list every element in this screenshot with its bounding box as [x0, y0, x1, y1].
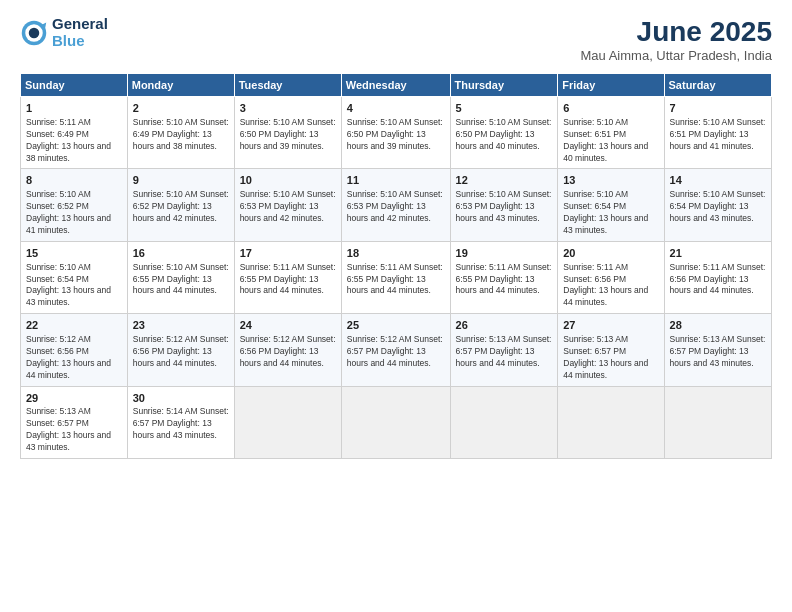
table-row: 11Sunrise: 5:10 AM Sunset: 6:53 PM Dayli…: [341, 169, 450, 241]
day-number: 26: [456, 318, 553, 333]
col-sunday: Sunday: [21, 74, 128, 97]
day-number: 20: [563, 246, 658, 261]
day-detail: Sunrise: 5:10 AM Sunset: 6:54 PM Dayligh…: [670, 189, 766, 225]
table-row: 24Sunrise: 5:12 AM Sunset: 6:56 PM Dayli…: [234, 314, 341, 386]
table-row: 26Sunrise: 5:13 AM Sunset: 6:57 PM Dayli…: [450, 314, 558, 386]
day-number: 24: [240, 318, 336, 333]
table-row: 22Sunrise: 5:12 AM Sunset: 6:56 PM Dayli…: [21, 314, 128, 386]
table-row: 30Sunrise: 5:14 AM Sunset: 6:57 PM Dayli…: [127, 386, 234, 458]
table-row: [558, 386, 664, 458]
day-detail: Sunrise: 5:10 AM Sunset: 6:54 PM Dayligh…: [26, 262, 122, 310]
day-detail: Sunrise: 5:11 AM Sunset: 6:56 PM Dayligh…: [670, 262, 766, 298]
table-row: 20Sunrise: 5:11 AM Sunset: 6:56 PM Dayli…: [558, 241, 664, 313]
col-tuesday: Tuesday: [234, 74, 341, 97]
calendar-week-row: 15Sunrise: 5:10 AM Sunset: 6:54 PM Dayli…: [21, 241, 772, 313]
day-number: 1: [26, 101, 122, 116]
day-number: 29: [26, 391, 122, 406]
day-number: 13: [563, 173, 658, 188]
col-monday: Monday: [127, 74, 234, 97]
day-number: 25: [347, 318, 445, 333]
table-row: 25Sunrise: 5:12 AM Sunset: 6:57 PM Dayli…: [341, 314, 450, 386]
table-row: 28Sunrise: 5:13 AM Sunset: 6:57 PM Dayli…: [664, 314, 771, 386]
day-detail: Sunrise: 5:12 AM Sunset: 6:56 PM Dayligh…: [133, 334, 229, 370]
table-row: 14Sunrise: 5:10 AM Sunset: 6:54 PM Dayli…: [664, 169, 771, 241]
table-row: [341, 386, 450, 458]
day-number: 9: [133, 173, 229, 188]
day-number: 23: [133, 318, 229, 333]
calendar-week-row: 8Sunrise: 5:10 AM Sunset: 6:52 PM Daylig…: [21, 169, 772, 241]
day-detail: Sunrise: 5:14 AM Sunset: 6:57 PM Dayligh…: [133, 406, 229, 442]
day-number: 4: [347, 101, 445, 116]
table-row: 4Sunrise: 5:10 AM Sunset: 6:50 PM Daylig…: [341, 97, 450, 169]
day-detail: Sunrise: 5:10 AM Sunset: 6:51 PM Dayligh…: [563, 117, 658, 165]
table-row: 12Sunrise: 5:10 AM Sunset: 6:53 PM Dayli…: [450, 169, 558, 241]
day-number: 22: [26, 318, 122, 333]
day-number: 27: [563, 318, 658, 333]
calendar-week-row: 1Sunrise: 5:11 AM Sunset: 6:49 PM Daylig…: [21, 97, 772, 169]
logo-line2: Blue: [52, 32, 85, 49]
header: General Blue June 2025 Mau Aimma, Uttar …: [20, 16, 772, 63]
day-detail: Sunrise: 5:10 AM Sunset: 6:54 PM Dayligh…: [563, 189, 658, 237]
table-row: 10Sunrise: 5:10 AM Sunset: 6:53 PM Dayli…: [234, 169, 341, 241]
table-row: 9Sunrise: 5:10 AM Sunset: 6:52 PM Daylig…: [127, 169, 234, 241]
col-friday: Friday: [558, 74, 664, 97]
table-row: [450, 386, 558, 458]
calendar-week-row: 22Sunrise: 5:12 AM Sunset: 6:56 PM Dayli…: [21, 314, 772, 386]
day-number: 14: [670, 173, 766, 188]
day-number: 8: [26, 173, 122, 188]
col-saturday: Saturday: [664, 74, 771, 97]
table-row: 8Sunrise: 5:10 AM Sunset: 6:52 PM Daylig…: [21, 169, 128, 241]
day-number: 18: [347, 246, 445, 261]
day-detail: Sunrise: 5:13 AM Sunset: 6:57 PM Dayligh…: [456, 334, 553, 370]
day-detail: Sunrise: 5:10 AM Sunset: 6:52 PM Dayligh…: [26, 189, 122, 237]
table-row: 7Sunrise: 5:10 AM Sunset: 6:51 PM Daylig…: [664, 97, 771, 169]
table-row: 1Sunrise: 5:11 AM Sunset: 6:49 PM Daylig…: [21, 97, 128, 169]
table-row: 19Sunrise: 5:11 AM Sunset: 6:55 PM Dayli…: [450, 241, 558, 313]
day-detail: Sunrise: 5:13 AM Sunset: 6:57 PM Dayligh…: [563, 334, 658, 382]
day-number: 28: [670, 318, 766, 333]
table-row: 27Sunrise: 5:13 AM Sunset: 6:57 PM Dayli…: [558, 314, 664, 386]
calendar-page: General Blue June 2025 Mau Aimma, Uttar …: [0, 0, 792, 612]
col-wednesday: Wednesday: [341, 74, 450, 97]
day-detail: Sunrise: 5:10 AM Sunset: 6:53 PM Dayligh…: [456, 189, 553, 225]
table-row: 17Sunrise: 5:11 AM Sunset: 6:55 PM Dayli…: [234, 241, 341, 313]
logo: General Blue: [20, 16, 108, 49]
calendar-body: 1Sunrise: 5:11 AM Sunset: 6:49 PM Daylig…: [21, 97, 772, 459]
day-detail: Sunrise: 5:11 AM Sunset: 6:55 PM Dayligh…: [347, 262, 445, 298]
table-row: 21Sunrise: 5:11 AM Sunset: 6:56 PM Dayli…: [664, 241, 771, 313]
day-number: 3: [240, 101, 336, 116]
day-detail: Sunrise: 5:10 AM Sunset: 6:50 PM Dayligh…: [240, 117, 336, 153]
logo-line1: General: [52, 16, 108, 33]
day-detail: Sunrise: 5:10 AM Sunset: 6:55 PM Dayligh…: [133, 262, 229, 298]
day-number: 7: [670, 101, 766, 116]
day-detail: Sunrise: 5:11 AM Sunset: 6:55 PM Dayligh…: [456, 262, 553, 298]
day-detail: Sunrise: 5:11 AM Sunset: 6:56 PM Dayligh…: [563, 262, 658, 310]
day-detail: Sunrise: 5:11 AM Sunset: 6:55 PM Dayligh…: [240, 262, 336, 298]
table-row: 16Sunrise: 5:10 AM Sunset: 6:55 PM Dayli…: [127, 241, 234, 313]
table-row: [664, 386, 771, 458]
calendar-week-row: 29Sunrise: 5:13 AM Sunset: 6:57 PM Dayli…: [21, 386, 772, 458]
table-row: 2Sunrise: 5:10 AM Sunset: 6:49 PM Daylig…: [127, 97, 234, 169]
day-number: 21: [670, 246, 766, 261]
day-detail: Sunrise: 5:12 AM Sunset: 6:56 PM Dayligh…: [240, 334, 336, 370]
day-detail: Sunrise: 5:11 AM Sunset: 6:49 PM Dayligh…: [26, 117, 122, 165]
location-subtitle: Mau Aimma, Uttar Pradesh, India: [581, 48, 772, 63]
day-number: 30: [133, 391, 229, 406]
day-number: 16: [133, 246, 229, 261]
table-row: 23Sunrise: 5:12 AM Sunset: 6:56 PM Dayli…: [127, 314, 234, 386]
table-row: 5Sunrise: 5:10 AM Sunset: 6:50 PM Daylig…: [450, 97, 558, 169]
day-number: 12: [456, 173, 553, 188]
calendar-header-row: Sunday Monday Tuesday Wednesday Thursday…: [21, 74, 772, 97]
day-detail: Sunrise: 5:13 AM Sunset: 6:57 PM Dayligh…: [670, 334, 766, 370]
day-number: 17: [240, 246, 336, 261]
title-block: June 2025 Mau Aimma, Uttar Pradesh, Indi…: [581, 16, 772, 63]
day-detail: Sunrise: 5:12 AM Sunset: 6:57 PM Dayligh…: [347, 334, 445, 370]
day-detail: Sunrise: 5:13 AM Sunset: 6:57 PM Dayligh…: [26, 406, 122, 454]
day-detail: Sunrise: 5:10 AM Sunset: 6:53 PM Dayligh…: [347, 189, 445, 225]
table-row: 18Sunrise: 5:11 AM Sunset: 6:55 PM Dayli…: [341, 241, 450, 313]
day-detail: Sunrise: 5:10 AM Sunset: 6:50 PM Dayligh…: [347, 117, 445, 153]
day-number: 19: [456, 246, 553, 261]
logo-icon: [20, 19, 48, 47]
calendar-table: Sunday Monday Tuesday Wednesday Thursday…: [20, 73, 772, 459]
table-row: 3Sunrise: 5:10 AM Sunset: 6:50 PM Daylig…: [234, 97, 341, 169]
